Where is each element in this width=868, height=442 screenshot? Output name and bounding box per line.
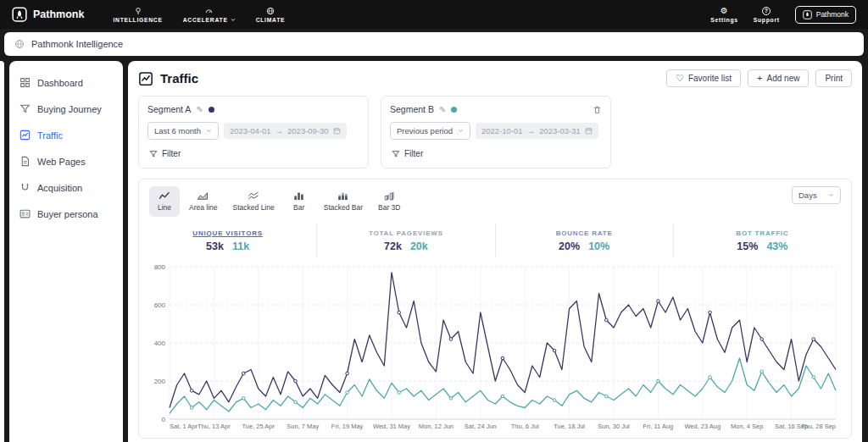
stats-row: UNIQUE VISITORS 53k11k TOTAL PAGEVIEWS 7…: [139, 224, 851, 257]
stacked-line-type-icon: [248, 191, 260, 201]
segment-a-period-select[interactable]: Last 6 month: [147, 122, 219, 140]
segment-a-color-dot: [209, 107, 214, 113]
chart-type-area-line[interactable]: Area line: [183, 186, 224, 217]
traffic-line-chart[interactable]: Sat, 1 AprThu, 13 AprTue, 25 AprSun, 7 M…: [139, 257, 851, 438]
app-title-bar: Pathmonk Intelligence: [4, 32, 864, 56]
arrow-right-icon: →: [275, 126, 284, 135]
chart-type-line[interactable]: Line: [149, 186, 180, 217]
svg-text:Sat, 1 Apr: Sat, 1 Apr: [170, 423, 198, 430]
calendar-icon: [585, 127, 593, 135]
sidebar-item-buyer-persona[interactable]: Buyer persona: [9, 201, 123, 227]
svg-text:Fri, 19 May: Fri, 19 May: [331, 423, 364, 430]
globe-icon: [14, 39, 25, 49]
page-title: Traffic: [160, 71, 198, 86]
segment-a-card: Segment A ✎ Last 6 month 2023-04-01 → 20…: [138, 96, 369, 169]
sidebar-item-acquisition[interactable]: Acquisition: [9, 174, 123, 201]
content-area: Dashboard Buying Journey Traffic Web Pag…: [0, 61, 868, 442]
svg-text:Wed, 31 May: Wed, 31 May: [373, 423, 410, 430]
svg-text:Mon, 12 Jun: Mon, 12 Jun: [419, 423, 453, 430]
chevron-down-icon: [231, 18, 236, 22]
edit-icon[interactable]: ✎: [196, 105, 203, 114]
magnet-icon: [19, 182, 31, 193]
segment-a-name: Segment A: [147, 104, 191, 114]
accelerate-icon: [204, 6, 214, 15]
area-line-type-icon: [197, 191, 209, 201]
segment-b-daterange[interactable]: 2022-10-01 → 2023-03-31: [476, 123, 598, 139]
svg-text:Tue, 25 Apr: Tue, 25 Apr: [242, 423, 275, 430]
delete-segment-button[interactable]: [593, 105, 602, 114]
funnel-icon: [19, 103, 31, 114]
segment-a-daterange[interactable]: 2023-04-01 → 2023-09-30: [224, 123, 347, 139]
segment-b-filter-button[interactable]: Filter: [390, 147, 425, 160]
svg-text:200: 200: [154, 378, 166, 385]
question-icon: ?: [762, 6, 771, 15]
chart-toolbar: Line Area line Stacked Line Bar: [139, 186, 851, 217]
add-new-button[interactable]: + Add new: [748, 69, 809, 87]
stat-total-pageviews[interactable]: TOTAL PAGEVIEWS 72k20k: [316, 224, 494, 257]
nav-accelerate[interactable]: ACCELERATE: [183, 6, 236, 23]
app-title: Pathmonk Intelligence: [31, 39, 123, 49]
svg-text:400: 400: [154, 340, 166, 347]
gear-icon: ⚙: [721, 6, 729, 15]
svg-text:Sat, 24 Jun: Sat, 24 Jun: [465, 423, 497, 430]
plus-icon: +: [757, 74, 762, 83]
topbar-right: ⚙ Settings ? Support Pathmonk: [710, 6, 856, 24]
segment-b-period-select[interactable]: Previous period: [390, 122, 470, 140]
sidebar-item-web-pages[interactable]: Web Pages: [9, 148, 123, 174]
svg-text:Sun, 30 Jul: Sun, 30 Jul: [598, 423, 630, 430]
svg-text:600: 600: [154, 301, 166, 309]
brand-label: Pathmonk: [33, 8, 84, 20]
chart-type-stacked-line[interactable]: Stacked Line: [227, 186, 281, 217]
stat-bot-traffic[interactable]: BOT TRAFFIC 15%43%: [673, 224, 851, 257]
stat-unique-visitors[interactable]: UNIQUE VISITORS 53k11k: [139, 224, 316, 257]
document-icon: [19, 156, 31, 167]
chevron-down-icon: [206, 129, 212, 133]
climate-icon: [266, 6, 275, 15]
filter-icon: [392, 150, 400, 158]
trash-icon: [593, 105, 602, 114]
dashboard-icon: [19, 77, 31, 88]
page-header: Traffic ♡ Favorite list + Add new Print: [138, 69, 852, 87]
chevron-down-icon: [458, 129, 464, 133]
segments-row: Segment A ✎ Last 6 month 2023-04-01 → 20…: [138, 96, 852, 169]
chart-type-bar[interactable]: Bar: [284, 186, 314, 217]
svg-text:Thu, 13 Apr: Thu, 13 Apr: [198, 423, 231, 430]
svg-text:Tue, 18 Jul: Tue, 18 Jul: [554, 423, 585, 430]
bar-type-icon: [293, 191, 304, 201]
svg-text:0: 0: [162, 416, 166, 423]
top-navbar: Pathmonk INTELLIGENCE ACCELERATE CLIMATE: [0, 0, 868, 29]
stacked-bar-type-icon: [337, 191, 348, 201]
chart-type-stacked-bar[interactable]: Stacked Bar: [318, 186, 369, 217]
segment-a-filter-button[interactable]: Filter: [147, 147, 182, 160]
edit-icon[interactable]: ✎: [439, 105, 446, 114]
line-chart-icon: [19, 130, 31, 141]
svg-text:Wed, 23 Aug: Wed, 23 Aug: [684, 423, 721, 430]
interval-select[interactable]: Days: [792, 186, 841, 204]
nav-settings[interactable]: ⚙ Settings: [710, 6, 737, 23]
pathmonk-mini-logo-icon: [803, 10, 812, 19]
segment-b-name: Segment B: [390, 104, 434, 114]
heart-icon: ♡: [676, 74, 684, 83]
intelligence-icon: [134, 6, 142, 15]
print-button[interactable]: Print: [815, 69, 852, 87]
top-nav: INTELLIGENCE ACCELERATE CLIMATE: [113, 6, 285, 23]
nav-climate[interactable]: CLIMATE: [256, 6, 286, 23]
chart-type-bar-3d[interactable]: Bar 3D: [372, 186, 406, 217]
traffic-chart-icon: [138, 71, 153, 86]
favorite-list-button[interactable]: ♡ Favorite list: [666, 69, 741, 87]
pathmonk-brand[interactable]: Pathmonk: [12, 7, 84, 22]
sidebar-item-dashboard[interactable]: Dashboard: [9, 69, 123, 96]
sidebar-item-traffic[interactable]: Traffic: [9, 122, 123, 148]
filter-icon: [149, 150, 158, 158]
pathmonk-account-button[interactable]: Pathmonk: [795, 6, 856, 24]
segment-b-card: Segment B ✎ Previous period 2022-10-01 →: [381, 96, 611, 169]
left-edge-panel: [0, 61, 4, 442]
sidebar-item-buying-journey[interactable]: Buying Journey: [9, 96, 123, 122]
nav-intelligence[interactable]: INTELLIGENCE: [113, 6, 162, 23]
svg-text:800: 800: [154, 263, 166, 271]
bar-3d-type-icon: [384, 191, 395, 201]
stat-bounce-rate[interactable]: BOUNCE RATE 20%10%: [495, 224, 673, 257]
svg-text:Thu, 28 Sep: Thu, 28 Sep: [801, 423, 836, 430]
arrow-right-icon: →: [527, 126, 536, 135]
nav-support[interactable]: ? Support: [754, 6, 780, 23]
